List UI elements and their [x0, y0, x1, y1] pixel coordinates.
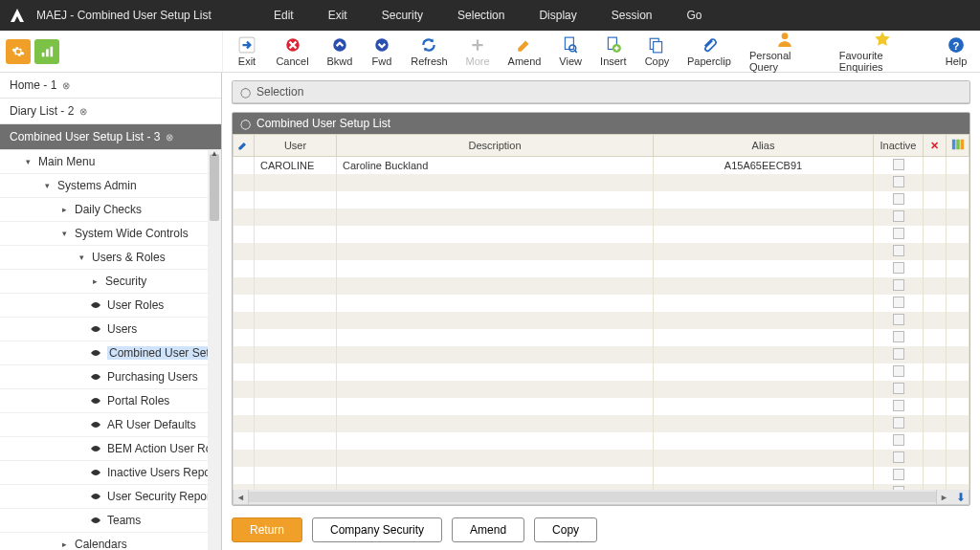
inactive-checkbox[interactable] [893, 417, 904, 429]
leaf-icon [90, 348, 101, 358]
amend-button[interactable]: Amend [452, 517, 524, 542]
inactive-checkbox[interactable] [893, 314, 904, 325]
inactive-checkbox[interactable] [893, 434, 904, 446]
tree-item[interactable]: User Security Report [0, 485, 221, 509]
inactive-checkbox[interactable] [893, 451, 904, 463]
menu-security[interactable]: Security [365, 9, 440, 22]
menu-edit[interactable]: Edit [256, 9, 311, 22]
footer-buttons: Return Company Security Amend Copy [232, 514, 970, 542]
tree-item[interactable]: Combined User Setup [0, 341, 221, 365]
col-description[interactable]: Description [337, 135, 654, 157]
tool-copy[interactable]: Copy [635, 34, 679, 69]
tree-item[interactable]: ▾Systems Admin [0, 174, 221, 198]
selection-panel-header[interactable]: ◯ Selection [233, 81, 969, 103]
table-row[interactable]: CAROLINECaroline BucklandA15A65EECB91 [234, 157, 969, 175]
menu-session[interactable]: Session [594, 9, 670, 22]
breadcrumb[interactable]: Diary List - 2 [0, 99, 221, 124]
scroll-right-icon[interactable]: ► [936, 490, 951, 504]
inactive-checkbox[interactable] [893, 262, 904, 274]
table-row-empty [234, 381, 969, 398]
tree-item-label: User Security Report [107, 490, 213, 503]
tool-cancel[interactable]: Cancel [267, 34, 318, 69]
selection-panel: ◯ Selection [232, 80, 970, 104]
inactive-checkbox[interactable] [893, 210, 904, 222]
col-inactive[interactable]: Inactive [874, 135, 924, 157]
close-icon[interactable] [166, 132, 173, 143]
inactive-checkbox[interactable] [893, 228, 904, 239]
tool-paperclip[interactable]: Paperclip [679, 34, 740, 69]
col-user[interactable]: User [255, 135, 337, 157]
inactive-checkbox[interactable] [893, 348, 904, 360]
scroll-left-icon[interactable]: ◄ [234, 490, 249, 504]
inactive-checkbox[interactable] [893, 331, 904, 342]
tool-help[interactable]: ?Help [936, 34, 976, 69]
breadcrumb-label: Diary List - 2 [10, 104, 74, 118]
col-edit-icon[interactable] [234, 135, 255, 157]
inactive-checkbox[interactable] [893, 176, 904, 187]
table-row-empty [234, 243, 969, 260]
col-alias[interactable]: Alias [654, 135, 874, 157]
menu-display[interactable]: Display [522, 9, 593, 22]
tool-exit[interactable]: Exit [227, 34, 267, 69]
tool-favourite[interactable]: Favourite Enquiries [830, 29, 936, 75]
cell-alias: A15A65EECB91 [654, 157, 874, 175]
close-icon[interactable] [62, 80, 70, 91]
tool-personal-query[interactable]: Personal Query [740, 29, 830, 75]
tool-fwd[interactable]: Fwd [362, 34, 402, 69]
data-grid[interactable]: User Description Alias Inactive ✕ CAROLI… [233, 134, 969, 490]
menu-selection[interactable]: Selection [440, 9, 522, 22]
list-panel-header[interactable]: ◯ Combined User Setup List [233, 113, 969, 134]
breadcrumb[interactable]: Combined User Setup List - 3 [0, 124, 221, 150]
export-icon[interactable]: ⬇ [953, 490, 969, 504]
tool-label: Bkwd [327, 55, 353, 67]
table-row-empty [234, 174, 969, 191]
tree-item[interactable]: User Roles [0, 294, 221, 318]
tree-item[interactable]: ▸Security [0, 270, 221, 294]
tree-item[interactable]: ▸Daily Checks [0, 198, 221, 222]
tree-item[interactable]: ▾System Wide Controls [0, 222, 221, 246]
tree-item[interactable]: ▸Calendars [0, 533, 221, 550]
tree-item[interactable]: ▾Users & Roles [0, 246, 221, 270]
inactive-checkbox[interactable] [893, 279, 904, 291]
tree-scrollbar[interactable]: ▲ [208, 150, 221, 550]
tree-item[interactable]: BEM Action User Roles [0, 437, 221, 461]
inactive-checkbox[interactable] [893, 469, 904, 480]
inactive-checkbox[interactable] [893, 245, 904, 256]
settings-button[interactable] [6, 39, 31, 64]
tree-item[interactable]: Portal Roles [0, 389, 221, 413]
tree-item[interactable]: Purchasing Users [0, 365, 221, 389]
company-security-button[interactable]: Company Security [312, 517, 442, 542]
breadcrumb[interactable]: Home - 1 [0, 73, 221, 99]
col-delete[interactable]: ✕ [924, 135, 947, 157]
col-config[interactable] [947, 135, 969, 157]
tool-refresh[interactable]: Refresh [402, 34, 457, 69]
copy-button[interactable]: Copy [534, 517, 597, 542]
close-icon[interactable] [79, 106, 87, 117]
help-icon: ? [947, 36, 965, 54]
tree-item[interactable]: Teams [0, 509, 221, 533]
svg-rect-12 [654, 41, 662, 52]
tree-item[interactable]: AR User Defaults [0, 413, 221, 437]
inactive-checkbox[interactable] [893, 365, 904, 377]
return-button[interactable]: Return [232, 517, 302, 542]
tool-view[interactable]: View [550, 34, 591, 69]
inactive-checkbox[interactable] [893, 159, 904, 170]
tree-item[interactable]: ▾Main Menu [0, 150, 221, 174]
table-row-empty [234, 226, 969, 243]
tool-bkwd[interactable]: Bkwd [318, 34, 362, 69]
menu-go[interactable]: Go [670, 9, 720, 22]
cell-user: CAROLINE [255, 157, 337, 175]
tool-amend[interactable]: Amend [499, 34, 550, 69]
menu-exit[interactable]: Exit [311, 9, 365, 22]
inactive-checkbox[interactable] [893, 400, 904, 411]
tree-item[interactable]: Inactive Users Report [0, 461, 221, 485]
app-logo-icon [8, 6, 27, 25]
chart-button[interactable] [34, 39, 59, 64]
grid-hscroll[interactable]: ◄ ► ⬇ [233, 490, 969, 505]
inactive-checkbox[interactable] [893, 383, 904, 394]
inactive-checkbox[interactable] [893, 297, 904, 308]
table-row-empty [234, 191, 969, 209]
tool-insert[interactable]: Insert [591, 34, 636, 69]
tree-item[interactable]: Users [0, 318, 221, 341]
inactive-checkbox[interactable] [893, 193, 904, 205]
